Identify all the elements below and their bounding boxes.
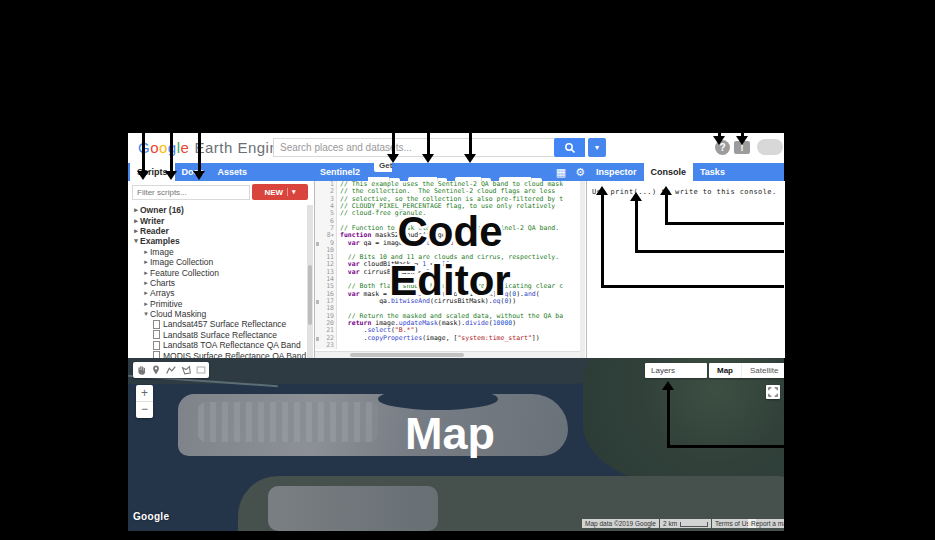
tree-folder-charts[interactable]: ▸Charts [128,278,306,288]
map-attribution: Map data ©2019 Google [582,519,659,528]
tree-item-label: Feature Collection [150,268,219,278]
map-type-control: Map Satellite [709,363,784,378]
tree-folder-image[interactable]: ▸Image [128,247,306,257]
tree-folder-examples[interactable]: ▾Examples [128,236,306,246]
code-line[interactable]: 6 [315,218,585,225]
code-line[interactable]: 12 var cloudBitMask = 1 << 10; [315,261,585,268]
code-line[interactable]: 23 [315,342,585,349]
feedback-icon[interactable]: ! [734,141,750,154]
map-water-inlet [378,388,498,410]
tab-docs[interactable]: Docs [175,163,211,181]
scripts-tab-bar: ScriptsDocsAssets [130,163,254,181]
fold-icon[interactable]: ▾ [331,232,334,238]
tree-folder-image-collection[interactable]: ▸Image Collection [128,257,306,267]
code-text [337,218,340,225]
search-dropdown-button[interactable]: ▾ [588,138,606,157]
tab-tasks[interactable]: Tasks [693,163,732,181]
code-line[interactable]: 1// This example uses the Sentinel-2 QA … [315,181,585,188]
collapse-icon: ▾ [142,310,150,318]
earth-engine-app: GoogleEarth Engine ▾ ? ! ScriptsDocsAsse… [128,133,784,531]
profile-button[interactable] [757,139,783,155]
draw-rectangle-icon[interactable] [195,364,207,376]
annotated-screenshot: GoogleEarth Engine ▾ ? ! ScriptsDocsAsse… [0,0,935,540]
expand-icon: ▸ [142,300,150,308]
script-item-landsat8-surface-reflectance[interactable]: Landsat8 Surface Reflectance [128,330,306,340]
code-line[interactable]: 5// cloud-free granule. [315,210,585,217]
code-line[interactable]: 4// CLOUDY_PIXEL_PERCENTAGE flag, to use… [315,203,585,210]
code-editor-panel[interactable]: 1// This example uses the Sentinel-2 QA … [315,181,585,358]
help-icon[interactable]: ? [715,140,730,155]
code-vertical-scrollbar[interactable] [580,181,585,358]
script-manager-panel: NEW▾ ▸Owner (16)▸Writer▸Reader▾Examples▸… [128,181,315,358]
tree-folder-primitive[interactable]: ▸Primitive [128,299,306,309]
draw-polygon-icon[interactable] [180,364,192,376]
tab-scripts[interactable]: Scripts [130,163,175,181]
fullscreen-button[interactable] [766,385,780,399]
code-horizontal-scrollbar[interactable] [315,351,580,358]
report-map-error-link[interactable]: Report a map error [748,519,784,528]
code-line[interactable]: 2// the collection. The Sentinel-2 cloud… [315,188,585,195]
gear-icon[interactable]: ⚙ [575,163,585,181]
tree-folder-feature-collection[interactable]: ▸Feature Collection [128,267,306,277]
map-type-satellite-button[interactable]: Satellite [741,363,784,378]
expand-icon: ▸ [132,206,140,214]
map-city-bottom [268,486,438,531]
tree-folder-reader[interactable]: ▸Reader [128,226,306,236]
expand-icon: ▸ [142,279,150,287]
map-canvas[interactable]: + − Layers Map Satellite Google Map data… [128,358,784,531]
tree-item-label: Landsat8 Surface Reflectance [163,330,277,340]
tab-inspector[interactable]: Inspector [589,163,644,181]
filter-scripts-input[interactable] [132,185,250,200]
code-line[interactable]: 7// Function to mask clouds using the Se… [315,225,585,232]
script-item-landsat8-toa-reflectance-qa-band[interactable]: Landsat8 TOA Reflectance QA Band [128,340,306,350]
script-tree: ▸Owner (16)▸Writer▸Reader▾Examples▸Image… [128,205,306,358]
apps-grid-icon[interactable]: ▦ [556,163,566,181]
new-script-button[interactable]: NEW▾ [252,184,308,200]
code-area[interactable]: 1// This example uses the Sentinel-2 QA … [315,181,585,349]
tree-folder-arrays[interactable]: ▸Arrays [128,288,306,298]
code-line[interactable]: 9 var qa = image.select('QA60'); [315,240,585,247]
code-line[interactable]: 11 // Bits 10 and 11 are clouds and cirr… [315,254,585,261]
code-line[interactable]: 16 var mask = qa.bitwiseAnd(cloudBitMask… [315,291,585,298]
tree-folder-owner-16[interactable]: ▸Owner (16) [128,205,306,215]
code-line[interactable]: 18 [315,305,585,312]
code-text: var qa = image.select('QA60'); [337,240,465,247]
code-text: // the collection. The Sentinel-2 cloud … [337,188,555,195]
draw-line-icon[interactable] [165,364,177,376]
tree-folder-cloud-masking[interactable]: ▾Cloud Masking [128,309,306,319]
code-line[interactable]: 17 qa.bitwiseAnd(cirrusBitMask).eq(0)) [315,298,585,305]
code-line[interactable]: 3// selective, so the collection is also… [315,196,585,203]
code-line[interactable]: 15 // Both flags should be set to zero, … [315,283,585,290]
code-text: // Bits 10 and 11 are clouds and cirrus,… [337,254,559,261]
code-line[interactable]: 21 .select("B.*") [315,327,585,334]
script-item-landsat457-surface-reflectance[interactable]: Landsat457 Surface Reflectance [128,319,306,329]
pan-hand-icon[interactable] [135,364,147,376]
search-button[interactable] [554,138,585,157]
tree-item-label: Writer [140,216,164,226]
code-line[interactable]: 10 [315,247,585,254]
tree-item-label: Charts [150,278,175,288]
console-panel: Use print(...) to write to this console. [586,181,785,358]
code-text: // selective, so the collection is also … [337,196,563,203]
zoom-in-button[interactable]: + [136,385,153,402]
tab-assets[interactable]: Assets [211,163,255,181]
tree-item-label: Image Collection [150,257,213,267]
map-type-map-button[interactable]: Map [709,363,741,378]
tab-console[interactable]: Console [644,163,694,181]
expand-icon: ▸ [132,217,140,225]
placemark-icon[interactable] [150,364,162,376]
code-line[interactable]: 22 .copyProperties(image, ["system:time_… [315,335,585,342]
layers-panel[interactable]: Layers [645,363,707,378]
editor-toolbar: Sentinel2 Get Link▾Save▾Run▾Reset▾ ▦ ⚙ [315,163,585,181]
code-line[interactable]: 8▾function maskS2clouds(image) { [315,232,585,239]
code-line[interactable]: 20 return image.updateMask(mask).divide(… [315,320,585,327]
tree-folder-writer[interactable]: ▸Writer [128,215,306,225]
code-line[interactable]: 13 var cirrusBitMask = 1 << 11; [315,269,585,276]
code-line[interactable]: 14 [315,276,585,283]
zoom-out-button[interactable]: − [136,402,153,418]
left-panel-scrollbar[interactable] [307,205,313,358]
gutter-marker-icon [316,300,319,304]
script-item-modis-surface-reflectance-qa-band[interactable]: MODIS Surface Reflectance QA Band [128,350,306,358]
code-line[interactable]: 19 // Return the masked and scaled data,… [315,313,585,320]
tree-item-label: Arrays [150,288,175,298]
